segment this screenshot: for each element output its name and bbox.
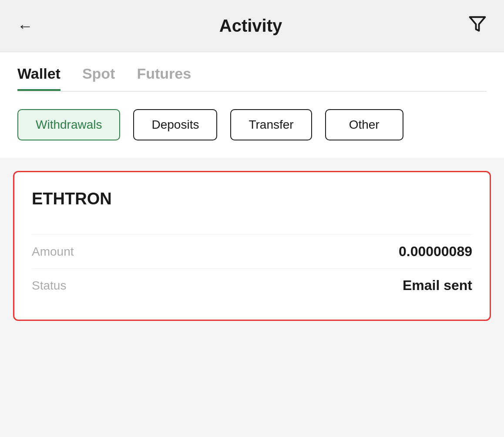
status-row: Status Email sent <box>32 268 472 302</box>
header: ← Activity <box>0 0 504 52</box>
status-label: Status <box>32 279 66 293</box>
tab-spot[interactable]: Spot <box>82 65 115 91</box>
filter-transfer[interactable]: Transfer <box>230 109 312 140</box>
transaction-card: ETHTRON Amount 0.00000089 Status Email s… <box>13 171 491 321</box>
status-value: Email sent <box>403 277 472 294</box>
back-icon[interactable]: ← <box>17 17 33 35</box>
filter-section: Withdrawals Deposits Transfer Other <box>0 92 504 158</box>
transaction-name: ETHTRON <box>32 190 472 208</box>
filter-withdrawals[interactable]: Withdrawals <box>17 109 120 140</box>
filter-other[interactable]: Other <box>325 109 403 140</box>
amount-row: Amount 0.00000089 <box>32 234 472 268</box>
page-title: Activity <box>219 16 282 36</box>
svg-marker-0 <box>470 17 485 31</box>
tabs-section: Wallet Spot Futures <box>0 52 504 92</box>
tab-futures[interactable]: Futures <box>137 65 191 91</box>
amount-label: Amount <box>32 245 74 259</box>
tabs-row: Wallet Spot Futures <box>17 65 487 91</box>
tab-wallet[interactable]: Wallet <box>17 65 60 91</box>
amount-value: 0.00000089 <box>399 244 472 260</box>
filter-deposits[interactable]: Deposits <box>133 109 217 140</box>
filter-icon[interactable] <box>468 15 487 37</box>
content-area: ETHTRON Amount 0.00000089 Status Email s… <box>0 158 504 334</box>
